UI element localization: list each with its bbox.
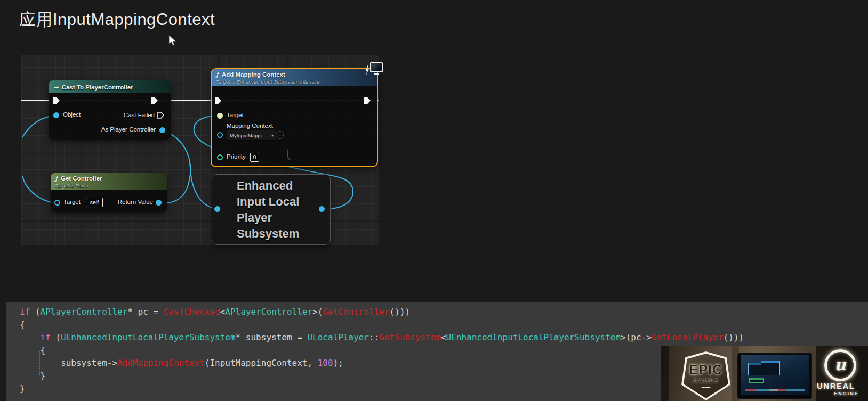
node-subtitle: Target is Enhanced Input Subsystem Inter… [216, 79, 372, 85]
exec-in-pin[interactable] [215, 97, 221, 104]
node-title: Get Controller [61, 175, 102, 182]
node-title: Add Mapping Context [222, 71, 285, 78]
unreal-sign-subtitle: ENGINE [834, 391, 859, 396]
epic-games-sign: EPIC GAMES [681, 351, 730, 400]
code-lines: if (APlayerController* pc = CastChecked<… [20, 306, 744, 395]
mouse-cursor [168, 35, 177, 47]
subsystem-out-pin[interactable] [319, 206, 325, 212]
node-title-line: Player [212, 210, 330, 226]
return-value-pin[interactable] [156, 200, 162, 206]
node-cast-to-playercontroller[interactable]: ↠Cast To PlayerController Object Cast Fa… [49, 80, 171, 140]
object-pin[interactable] [53, 112, 59, 118]
background-monitor [738, 354, 811, 398]
node-add-mapping-context[interactable]: ƒAdd Mapping Context Target is Enhanced … [211, 68, 378, 167]
target-pin[interactable] [54, 200, 60, 206]
monitor-badge-icon [370, 62, 383, 72]
node-subtitle: Target is Pawn [55, 183, 162, 189]
mapping-context-label: Mapping Context [227, 122, 273, 129]
node-title-line: Subsystem [212, 226, 330, 242]
node-title: Cast To PlayerController [62, 84, 133, 91]
priority-value-box[interactable]: 0 [250, 153, 259, 162]
page-title: 应用InputMappingContext [19, 9, 215, 31]
mapping-context-dropdown[interactable]: MyInputMappi ▾ [227, 130, 277, 141]
unreal-sign-title: UNREAL [817, 381, 855, 390]
slide: 应用InputMappingContext ↠Cast To PlayerCon… [0, 0, 868, 401]
epic-sign-subtitle: GAMES [684, 378, 728, 384]
cast-failed-pin[interactable] [157, 111, 165, 119]
reset-to-default-icon[interactable]: ← [276, 131, 284, 139]
node-title-line: Enhanced [212, 178, 330, 194]
cast-icon: ↠ [53, 84, 59, 91]
exec-out-pin[interactable] [151, 97, 158, 104]
indent-guide [19, 326, 19, 388]
self-value-box[interactable]: self [86, 198, 103, 207]
exec-in-pin[interactable] [53, 97, 60, 104]
as-player-controller-pin[interactable] [159, 127, 165, 133]
dropdown-value: MyInputMappi [230, 133, 262, 138]
return-value-label: Return Value [118, 199, 153, 205]
unreal-engine-sign: u UNREAL ENGINE [816, 346, 868, 401]
function-icon: ƒ [216, 71, 219, 78]
cast-failed-label: Cast Failed [124, 112, 155, 118]
unreal-logo-icon: u [824, 349, 856, 381]
exec-out-pin[interactable] [364, 97, 371, 104]
unreal-u-glyph: u [834, 355, 846, 374]
wall-strip [661, 346, 669, 401]
webcam-overlay: EPIC GAMES u UNREAL ENGINE [661, 346, 868, 401]
node-header: ƒAdd Mapping Context Target is Enhanced … [212, 69, 377, 86]
epic-sign-emblem [699, 387, 713, 388]
node-header: ƒGet Controller Target is Pawn [51, 173, 167, 190]
target-pin-label: Target [63, 199, 81, 205]
target-pin-label: Target [227, 112, 244, 118]
mapping-context-pin[interactable] [217, 132, 223, 138]
node-enhanced-input-local-player-subsystem[interactable]: Enhanced Input Local Player Subsystem [212, 174, 331, 245]
as-player-controller-label: As Player Controller [101, 126, 156, 133]
target-pin[interactable] [217, 113, 223, 119]
chevron-down-icon: ▾ [271, 133, 274, 138]
node-header: ↠Cast To PlayerController [49, 80, 171, 93]
player-controller-in-pin[interactable] [214, 206, 220, 212]
node-get-controller[interactable]: ƒGet Controller Target is Pawn Target se… [51, 173, 167, 212]
node-title-line: Input Local [212, 194, 330, 210]
object-pin-label: Object [63, 111, 81, 118]
priority-pin-label: Priority [227, 153, 246, 160]
browse-asset-icon[interactable] [287, 149, 288, 159]
wall-strip [732, 346, 739, 401]
priority-pin[interactable] [217, 154, 223, 160]
epic-sign-title: EPIC [684, 362, 728, 378]
function-icon: ƒ [55, 175, 58, 182]
monitor-text-strip [745, 389, 805, 391]
